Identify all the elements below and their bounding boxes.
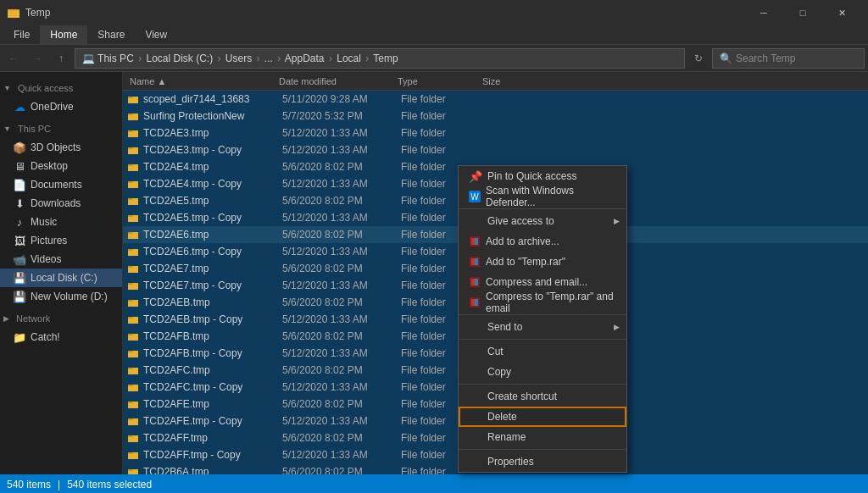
folder-icon <box>126 330 140 343</box>
col-type-header[interactable]: Type <box>398 76 482 86</box>
sidebar-item-downloads[interactable]: ⬇ Downloads <box>0 194 122 213</box>
file-name: TCD2AE7.tmp <box>143 263 282 274</box>
svg-rect-11 <box>471 299 475 306</box>
folder-icon <box>126 245 140 258</box>
maximize-button[interactable]: □ <box>783 0 822 25</box>
folder-icon <box>126 296 140 309</box>
svg-rect-2 <box>471 238 475 245</box>
table-row[interactable]: TCD2AE3.tmp 5/12/2020 1:33 AM File folde… <box>123 125 868 141</box>
tab-home[interactable]: Home <box>40 25 87 44</box>
table-row[interactable]: TCD2AE3.tmp - Copy 5/12/2020 1:33 AM Fil… <box>123 141 868 158</box>
file-date: 5/6/2020 8:02 PM <box>282 330 401 342</box>
up-button[interactable]: ↑ <box>51 48 71 69</box>
context-menu-item-cut[interactable]: Cut <box>459 341 626 362</box>
file-name: TCD2AE5.tmp - Copy <box>143 212 282 224</box>
col-name-header[interactable]: Name ▲ <box>126 76 279 86</box>
col-date-header[interactable]: Date modified <box>279 76 398 86</box>
context-menu-item-give-access[interactable]: Give access to <box>459 211 626 231</box>
file-date: 5/12/2020 1:33 AM <box>282 246 401 258</box>
winrar-icon <box>469 235 481 247</box>
file-type: File folder <box>401 144 486 156</box>
sidebar-item-videos[interactable]: 📹 Videos <box>0 250 122 269</box>
close-button[interactable]: ✕ <box>822 0 861 25</box>
context-menu-item-add-to-temp-rar[interactable]: Add to "Temp.rar" <box>459 252 626 272</box>
file-name: TCD2AFB.tmp <box>143 330 282 342</box>
sidebar-item-documents[interactable]: 📄 Documents <box>0 175 122 194</box>
context-menu-label: Compress to "Temp.rar" and email <box>486 291 616 314</box>
address-bar-row: ← → ↑ 💻 This PC › Local Disk (C:) › User… <box>0 45 868 72</box>
file-name: TCD2AE5.tmp <box>143 195 282 207</box>
file-date: 5/6/2020 8:02 PM <box>282 263 401 274</box>
expand-icon: ▶ <box>3 314 9 323</box>
address-box[interactable]: 💻 This PC › Local Disk (C:) › Users › ..… <box>75 48 685 69</box>
file-name: Surfing ProtectionNew <box>143 110 282 122</box>
sidebar-item-desktop[interactable]: 🖥 Desktop <box>0 157 122 175</box>
sidebar-item-newvolumed[interactable]: 💾 New Volume (D:) <box>0 287 122 306</box>
sidebar-item-pictures[interactable]: 🖼 Pictures <box>0 231 122 250</box>
context-menu-separator <box>459 314 626 315</box>
sidebar-item-3dobjects[interactable]: 📦 3D Objects <box>0 138 122 157</box>
item-icon <box>469 345 482 358</box>
forward-button[interactable]: → <box>27 48 47 69</box>
svg-rect-5 <box>471 258 475 265</box>
sidebar-item-music[interactable]: ♪ Music <box>0 213 122 231</box>
sidebar-item-onedrive[interactable]: ☁ OneDrive <box>0 97 122 116</box>
context-menu-label: Rename <box>487 431 616 443</box>
col-size-header[interactable]: Size <box>482 76 550 86</box>
context-menu-item-send-to[interactable]: Send to <box>459 317 626 337</box>
tab-view[interactable]: View <box>135 25 177 44</box>
context-menu-separator <box>459 384 626 385</box>
file-date: 5/6/2020 8:02 PM <box>282 195 401 207</box>
file-name: TCD2AE4.tmp - Copy <box>143 178 282 190</box>
folder-icon <box>126 143 140 157</box>
context-menu-item-compress-temp-email[interactable]: Compress to "Temp.rar" and email <box>459 292 626 313</box>
context-menu-label: Scan with Windows Defender... <box>486 185 616 208</box>
search-box[interactable]: 🔍 Search Temp <box>712 48 865 69</box>
sidebar-item-localc[interactable]: 💾 Local Disk (C:) <box>0 269 122 287</box>
back-button[interactable]: ← <box>3 48 24 69</box>
tab-share[interactable]: Share <box>87 25 135 44</box>
folder-icon <box>126 397 140 411</box>
context-menu-item-create-shortcut[interactable]: Create shortcut <box>459 386 626 407</box>
context-menu-label: Send to <box>487 321 616 333</box>
file-date: 5/12/2020 1:33 AM <box>282 313 401 325</box>
folder-icon <box>126 177 140 191</box>
refresh-button[interactable]: ↻ <box>688 48 709 69</box>
context-menu-item-rename[interactable]: Rename <box>459 427 626 447</box>
context-menu-item-delete[interactable]: Delete <box>459 407 626 427</box>
catch-icon: 📁 <box>14 331 25 343</box>
context-menu-item-copy[interactable]: Copy <box>459 362 626 382</box>
file-name: TCD2AFB.tmp - Copy <box>143 347 282 359</box>
context-menu-item-add-to-archive[interactable]: Add to archive... <box>459 231 626 252</box>
file-name: TCD2AFC.tmp - Copy <box>143 381 282 393</box>
folder-icon <box>126 194 140 208</box>
newvolumed-icon: 💾 <box>14 291 25 302</box>
file-date: 5/7/2020 5:32 PM <box>282 110 401 122</box>
title-bar-title: Temp <box>25 7 744 19</box>
context-menu-item-pin-quick-access[interactable]: 📌 Pin to Quick access <box>459 166 626 186</box>
item-icon <box>469 320 482 334</box>
ribbon: File Home Share View <box>0 25 868 45</box>
context-menu-item-scan-defender[interactable]: W Scan with Windows Defender... <box>459 186 626 207</box>
table-row[interactable]: scoped_dir7144_13683 5/11/2020 9:28 AM F… <box>123 91 868 108</box>
videos-label: Videos <box>31 253 61 265</box>
context-menu-item-properties[interactable]: Properties <box>459 451 626 472</box>
sidebar-section-thispc: ▼ This PC <box>0 119 122 138</box>
svg-rect-3 <box>475 238 478 245</box>
file-date: 5/12/2020 1:33 AM <box>282 212 401 224</box>
table-row[interactable]: Surfing ProtectionNew 5/7/2020 5:32 PM F… <box>123 108 868 125</box>
file-date: 5/6/2020 8:02 PM <box>282 229 401 241</box>
file-date: 5/6/2020 8:02 PM <box>282 398 401 410</box>
quick-access-label: Quick access <box>18 83 73 93</box>
sidebar-item-catch[interactable]: 📁 Catch! <box>0 328 122 346</box>
context-menu-item-compress-email[interactable]: Compress and email... <box>459 272 626 292</box>
selected-count: 540 items selected <box>67 479 152 490</box>
context-menu-separator <box>459 449 626 450</box>
music-icon: ♪ <box>14 216 25 228</box>
catch-label: Catch! <box>31 331 60 343</box>
desktop-icon: 🖥 <box>14 160 25 172</box>
folder-icon <box>126 160 140 174</box>
tab-file[interactable]: File <box>3 25 40 44</box>
item-icon <box>469 214 482 228</box>
minimize-button[interactable]: ─ <box>744 0 783 25</box>
